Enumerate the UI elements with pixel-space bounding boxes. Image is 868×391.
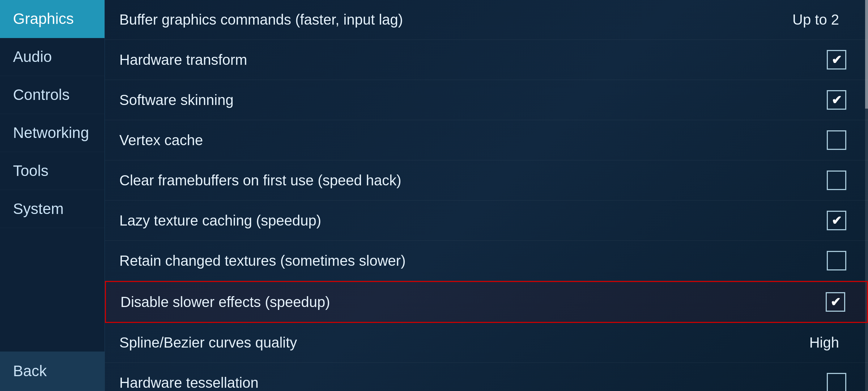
sidebar-item-back[interactable]: Back	[0, 352, 105, 391]
sidebar-item-tools-label: Tools	[13, 162, 48, 179]
setting-value-spline-bezier: High	[809, 335, 839, 351]
checkbox-hardware-transform[interactable]	[827, 50, 846, 70]
sidebar: Graphics Audio Controls Networking Tools…	[0, 0, 105, 391]
checkbox-clear-framebuffers[interactable]	[827, 171, 846, 190]
setting-label-retain-changed-textures: Retain changed textures (sometimes slowe…	[119, 253, 827, 269]
checkbox-retain-changed-textures[interactable]	[827, 251, 846, 270]
sidebar-item-controls[interactable]: Controls	[0, 76, 105, 114]
setting-row-hardware-tessellation[interactable]: Hardware tessellation	[105, 363, 868, 391]
setting-row-hardware-transform[interactable]: Hardware transform	[105, 40, 868, 80]
setting-label-hardware-transform: Hardware transform	[119, 52, 827, 68]
main-content: Buffer graphics commands (faster, input …	[105, 0, 868, 391]
sidebar-item-controls-label: Controls	[13, 86, 69, 103]
settings-list: Buffer graphics commands (faster, input …	[105, 0, 868, 391]
setting-row-disable-slower-effects[interactable]: Disable slower effects (speedup)	[105, 281, 868, 323]
sidebar-item-networking-label: Networking	[13, 124, 89, 141]
setting-row-software-skinning[interactable]: Software skinning	[105, 80, 868, 120]
setting-row-spline-bezier[interactable]: Spline/Bezier curves qualityHigh	[105, 323, 868, 363]
setting-label-disable-slower-effects: Disable slower effects (speedup)	[120, 294, 826, 310]
checkbox-lazy-texture-caching[interactable]	[827, 211, 846, 230]
setting-row-clear-framebuffers[interactable]: Clear framebuffers on first use (speed h…	[105, 160, 868, 201]
sidebar-item-audio-label: Audio	[13, 48, 52, 65]
sidebar-item-system[interactable]: System	[0, 190, 105, 228]
setting-label-lazy-texture-caching: Lazy texture caching (speedup)	[119, 213, 827, 229]
checkbox-software-skinning[interactable]	[827, 90, 846, 110]
setting-label-hardware-tessellation: Hardware tessellation	[119, 375, 827, 391]
setting-row-vertex-cache[interactable]: Vertex cache	[105, 120, 868, 160]
setting-label-software-skinning: Software skinning	[119, 92, 827, 108]
setting-value-buffer-graphics: Up to 2	[792, 12, 839, 28]
sidebar-item-graphics[interactable]: Graphics	[0, 0, 105, 38]
setting-row-buffer-graphics[interactable]: Buffer graphics commands (faster, input …	[105, 0, 868, 40]
sidebar-item-tools[interactable]: Tools	[0, 152, 105, 190]
sidebar-item-system-label: System	[13, 200, 64, 217]
checkbox-disable-slower-effects[interactable]	[826, 292, 845, 312]
setting-row-lazy-texture-caching[interactable]: Lazy texture caching (speedup)	[105, 201, 868, 241]
sidebar-back-label: Back	[13, 362, 47, 379]
sidebar-item-graphics-label: Graphics	[13, 10, 74, 27]
setting-label-buffer-graphics: Buffer graphics commands (faster, input …	[119, 12, 792, 28]
setting-row-retain-changed-textures[interactable]: Retain changed textures (sometimes slowe…	[105, 241, 868, 281]
sidebar-item-audio[interactable]: Audio	[0, 38, 105, 76]
setting-label-vertex-cache: Vertex cache	[119, 132, 827, 148]
setting-label-clear-framebuffers: Clear framebuffers on first use (speed h…	[119, 172, 827, 189]
setting-label-spline-bezier: Spline/Bezier curves quality	[119, 335, 809, 351]
checkbox-vertex-cache[interactable]	[827, 130, 846, 150]
checkbox-hardware-tessellation[interactable]	[827, 373, 846, 391]
sidebar-item-networking[interactable]: Networking	[0, 114, 105, 152]
